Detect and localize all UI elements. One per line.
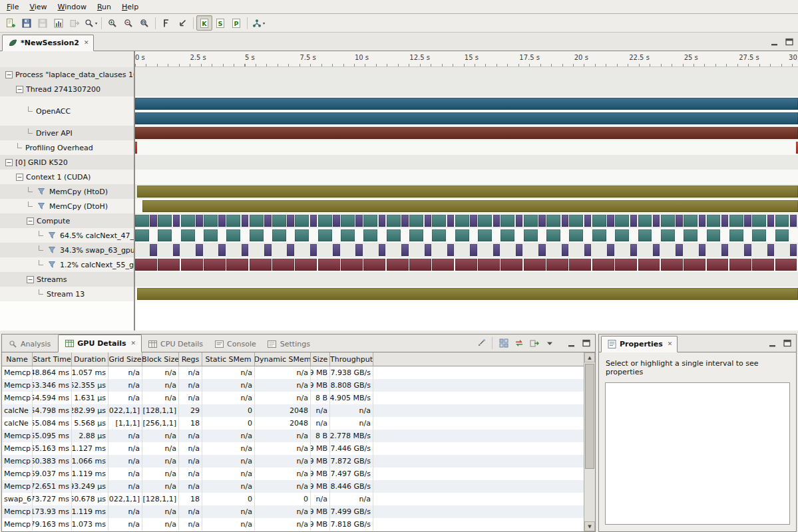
interval-bar[interactable]: [181, 229, 195, 241]
kernel-filter-toggle[interactable]: K: [196, 15, 212, 31]
timeline-lane[interactable]: [135, 67, 798, 82]
export-button[interactable]: [67, 15, 83, 31]
interval-bar[interactable]: [333, 215, 339, 227]
interval-bar[interactable]: [135, 127, 798, 139]
interval-bar[interactable]: [684, 259, 705, 271]
zoom-out-button[interactable]: [120, 15, 136, 31]
interval-bar[interactable]: [387, 229, 401, 241]
interval-bar[interactable]: [524, 259, 546, 271]
interval-bar[interactable]: [272, 259, 294, 271]
process-filter-toggle[interactable]: P: [228, 15, 244, 31]
interval-bar[interactable]: [607, 215, 614, 227]
timeline-lane[interactable]: [135, 170, 798, 184]
interval-bar[interactable]: [341, 215, 355, 227]
scrollbar-thumb[interactable]: [585, 364, 594, 469]
interval-bar[interactable]: [250, 259, 272, 271]
interval-bar[interactable]: [137, 288, 798, 300]
interval-bar[interactable]: [150, 215, 156, 227]
maximize-icon[interactable]: [785, 37, 794, 47]
interval-bar[interactable]: [676, 215, 682, 227]
interval-bar[interactable]: [142, 200, 798, 212]
timeline-lane[interactable]: [135, 140, 798, 155]
table-row[interactable]: Memcp172.651 ms93.249 µsn/an/an/an/an/a9…: [2, 480, 584, 493]
interval-bar[interactable]: [150, 244, 156, 256]
interval-bar[interactable]: [242, 215, 248, 227]
timeline-lane[interactable]: [135, 272, 798, 287]
scrollbar-track[interactable]: [584, 362, 595, 521]
table-row[interactable]: Memcp169.037 ms1.119 msn/an/an/an/an/a9 …: [2, 467, 584, 480]
interval-bar[interactable]: [615, 215, 629, 227]
minimize-icon[interactable]: [567, 338, 576, 348]
interval-bar[interactable]: [173, 215, 180, 227]
interval-bar[interactable]: [538, 244, 545, 256]
interval-bar[interactable]: [196, 215, 202, 227]
menu-help[interactable]: Help: [116, 1, 144, 13]
interval-bar[interactable]: [524, 215, 538, 227]
interval-bar[interactable]: [318, 215, 332, 227]
tab-cpu-details[interactable]: CPU Details: [142, 336, 208, 352]
tree-item[interactable]: MemCpy (HtoD): [0, 184, 135, 199]
interval-bar[interactable]: [729, 229, 743, 241]
interval-bar[interactable]: [744, 215, 751, 227]
interval-bar[interactable]: [775, 229, 789, 241]
table-row[interactable]: Memcp179.163 ms1.073 msn/an/an/an/an/a9 …: [2, 518, 584, 531]
interval-bar[interactable]: [592, 215, 606, 227]
interval-bar[interactable]: [409, 259, 431, 271]
interval-bar[interactable]: [158, 229, 172, 241]
tree-item[interactable]: −Compute: [0, 213, 135, 228]
interval-bar[interactable]: [752, 215, 766, 227]
interval-bar[interactable]: [592, 259, 614, 271]
menu-run[interactable]: Run: [92, 1, 116, 13]
interval-bar[interactable]: [676, 244, 682, 256]
interval-bar[interactable]: [584, 215, 591, 227]
interval-bar[interactable]: [409, 215, 423, 227]
collapse-toggle[interactable]: −: [5, 159, 13, 166]
interval-bar[interactable]: [684, 215, 698, 227]
collapse-toggle[interactable]: −: [27, 217, 34, 225]
interval-bar[interactable]: [432, 229, 446, 241]
save-button[interactable]: [19, 15, 35, 31]
interval-bar[interactable]: [707, 215, 721, 227]
timeline-lane[interactable]: [135, 96, 798, 126]
table-row[interactable]: Memcp153.346 ms62.355 µsn/an/an/an/an/a9…: [2, 379, 584, 392]
scroll-down-icon[interactable]: ▼: [584, 521, 595, 531]
tree-item[interactable]: 1.2% calcNext_55_g...: [0, 257, 135, 272]
interval-bar[interactable]: [432, 259, 454, 271]
interval-bar[interactable]: [752, 259, 774, 271]
table-row[interactable]: Memcp154.594 ms1.631 µsn/an/an/an/an/a8 …: [2, 392, 584, 404]
interval-bar[interactable]: [447, 244, 454, 256]
interval-bar[interactable]: [615, 259, 637, 271]
tree-item[interactable]: −[0] GRID K520: [0, 155, 135, 170]
interval-bar[interactable]: [767, 244, 774, 256]
interval-bar[interactable]: [470, 215, 477, 227]
timeline-lane[interactable]: [135, 213, 798, 228]
interval-bar[interactable]: [775, 259, 797, 271]
zoom-fit-button[interactable]: [136, 15, 152, 31]
interval-bar[interactable]: [135, 98, 798, 110]
interval-bar[interactable]: [401, 244, 408, 256]
interval-bar[interactable]: [493, 215, 500, 227]
interval-bar[interactable]: [455, 215, 469, 227]
interval-bar[interactable]: [135, 112, 798, 124]
table-row[interactable]: Memcp155.095 ms2.88 µsn/an/an/an/an/a8 B…: [2, 430, 584, 442]
column-header[interactable]: Grid Size: [108, 352, 142, 366]
sync-timeline-button[interactable]: [512, 336, 526, 350]
timeline-lane[interactable]: [135, 257, 798, 272]
interval-bar[interactable]: [699, 215, 705, 227]
interval-bar[interactable]: [478, 215, 492, 227]
interval-bar[interactable]: [569, 229, 583, 241]
zoom-in-button[interactable]: [104, 15, 120, 31]
tree-item[interactable]: −Process "laplace_data_clauses 10...: [0, 67, 135, 82]
interval-bar[interactable]: [226, 259, 248, 271]
menu-file[interactable]: File: [1, 1, 24, 13]
interval-bar[interactable]: [653, 215, 660, 227]
minimize-icon[interactable]: [770, 37, 779, 47]
tree-item[interactable]: −Streams: [0, 272, 135, 287]
tree-item[interactable]: MemCpy (DtoH): [0, 199, 135, 213]
interval-bar[interactable]: [250, 215, 264, 227]
timeline-lane[interactable]: [135, 126, 798, 140]
tree-item[interactable]: 64.5% calcNext_47_...: [0, 228, 135, 243]
interval-bar[interactable]: [447, 215, 454, 227]
interval-bar[interactable]: [287, 244, 294, 256]
interval-bar[interactable]: [538, 215, 545, 227]
